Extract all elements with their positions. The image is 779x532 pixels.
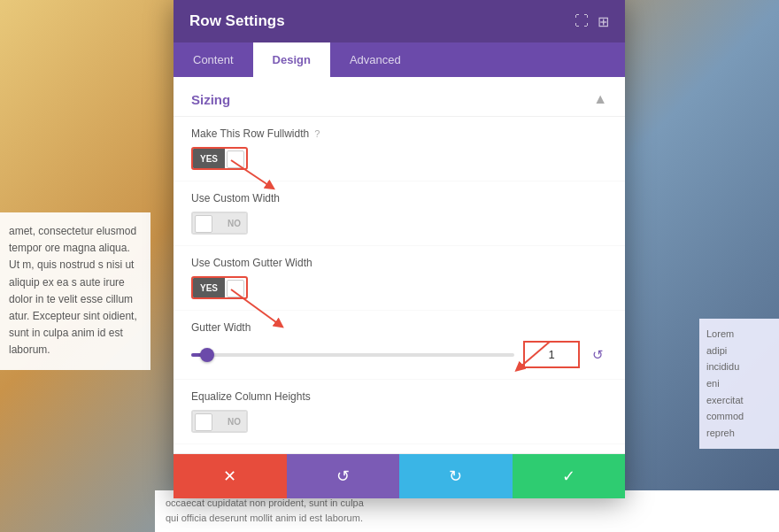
slider-track	[191, 353, 514, 357]
toggle-thumb-off	[195, 215, 212, 233]
left-text-panel: amet, consectetur elusmod tempor ore mag…	[0, 212, 150, 370]
gutter-slider-container	[191, 353, 514, 357]
split-view-icon[interactable]: ⊞	[598, 13, 609, 30]
custom-width-label: Use Custom Width	[191, 192, 607, 204]
custom-width-toggle-wrap: NO	[191, 212, 607, 235]
svg-line-2	[519, 342, 550, 368]
undo-button[interactable]: ↺	[287, 454, 400, 498]
custom-gutter-label: Use Custom Gutter Width	[191, 257, 607, 269]
custom-gutter-toggle[interactable]: YES	[191, 276, 248, 299]
custom-width-toggle[interactable]: NO	[191, 212, 248, 235]
equalize-label: Equalize Column Heights	[191, 390, 607, 403]
fullwidth-help-icon[interactable]: ?	[314, 128, 320, 139]
modal-header: Row Settings ⛶ ⊞	[174, 0, 625, 42]
cancel-button[interactable]: ✕	[174, 454, 287, 498]
custom-width-setting-row: Use Custom Width NO	[174, 181, 625, 246]
save-button[interactable]: ✓	[513, 454, 626, 498]
arrow-slider-value	[510, 337, 554, 373]
redo-button[interactable]: ↻	[399, 454, 513, 498]
tab-design[interactable]: Design	[253, 42, 330, 77]
equalize-toggle-wrap: NO	[191, 410, 607, 433]
modal-body: Sizing ▲ Make This Row Fullwidth ? YES	[174, 77, 625, 453]
toggle-thumb	[227, 150, 244, 168]
gutter-width-label: Gutter Width	[191, 321, 607, 334]
custom-gutter-toggle-wrap: YES	[191, 276, 607, 299]
sizing-section-header: Sizing ▲	[174, 77, 625, 117]
fullwidth-toggle-wrap: YES	[191, 147, 607, 170]
fullwidth-label: Make This Row Fullwidth ?	[191, 127, 607, 140]
fullscreen-icon[interactable]: ⛶	[575, 13, 589, 30]
modal-tabs: Content Design Advanced	[174, 42, 625, 77]
equalize-setting-row: Equalize Column Heights NO	[174, 380, 625, 444]
equalize-toggle[interactable]: NO	[191, 410, 248, 433]
modal-title: Row Settings	[189, 12, 285, 30]
row-settings-modal: Row Settings ⛶ ⊞ Content Design Advanced…	[174, 0, 625, 498]
slider-thumb[interactable]	[200, 348, 214, 362]
reset-gutter-icon[interactable]: ↺	[589, 343, 607, 366]
toggle-thumb-gutter	[227, 280, 244, 297]
modal-footer: ✕ ↺ ↻ ✓	[174, 453, 625, 498]
toggle-yes-label: YES	[193, 149, 225, 168]
custom-gutter-setting-row: Use Custom Gutter Width YES	[174, 246, 625, 311]
gutter-width-setting-row: Gutter Width ↺	[174, 311, 625, 380]
toggle-thumb-eq	[195, 413, 212, 431]
sizing-section-title: Sizing	[191, 92, 230, 107]
right-text-panel: Lorem adipi incididu eni exercitat commo…	[699, 319, 779, 449]
tab-content[interactable]: Content	[174, 42, 253, 77]
modal-header-icons: ⛶ ⊞	[575, 13, 609, 30]
toggle-yes-label-gutter: YES	[193, 278, 225, 297]
tab-advanced[interactable]: Advanced	[330, 42, 420, 77]
section-collapse-icon[interactable]: ▲	[593, 91, 607, 107]
fullwidth-toggle[interactable]: YES	[191, 147, 248, 170]
fullwidth-setting-row: Make This Row Fullwidth ? YES	[174, 117, 625, 181]
